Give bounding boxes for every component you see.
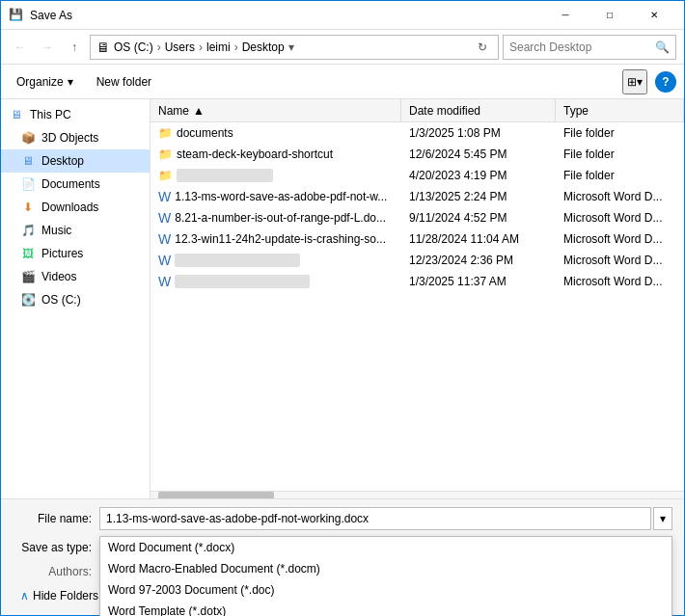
word-icon: W [158,210,171,226]
sort-arrow-icon: ▲ [193,104,205,118]
new-folder-button[interactable]: New folder [89,69,159,94]
sidebar-item-documents[interactable]: 📄 Documents [1,173,150,196]
help-button[interactable]: ? [655,71,676,93]
drive-icon: 💽 [20,292,36,308]
dropdown-item[interactable]: Word Template (*.dotx) [100,601,671,616]
sidebar-item-downloads[interactable]: ⬇ Downloads [1,196,150,219]
filename-input[interactable] [99,507,651,530]
hide-folders-chevron-icon: ∧ [20,589,29,603]
window-title: Save As [30,9,543,22]
file-row[interactable]: W 12.3-win11-24h2-update-is-crashing-so.… [151,228,684,250]
savetype-dropdown: Word Document (*.docx) Word Macro-Enable… [99,536,672,616]
folder-icon: 📁 [158,169,173,182]
word-icon: W [158,253,171,268]
savetype-row: Save as type: Word Document (*.docx) ▾ W… [13,536,672,559]
col-header-name[interactable]: Name ▲ [151,99,401,121]
sidebar-item-desktop[interactable]: 🖥 Desktop [1,149,150,173]
filename-row: File name: ▾ [13,507,672,530]
save-as-dialog: 💾 Save As ─ □ ✕ ← → ↑ 🖥 OS (C:) › Users … [0,0,685,616]
refresh-button[interactable]: ↻ [473,38,492,57]
filename-label: File name: [13,512,99,525]
file-row[interactable]: W 1.13-ms-word-save-as-adobe-pdf-not-w..… [151,186,684,207]
desktop-icon: 🖥 [20,153,36,169]
sidebar-item-3dobjects[interactable]: 📦 3D Objects [1,126,150,149]
horizontal-scrollbar[interactable] [151,491,684,498]
word-icon: W [158,274,171,289]
toolbar: Organize ▾ New folder ⊞▾ ? [1,65,684,99]
address-box[interactable]: 🖥 OS (C:) › Users › leimi › Desktop ▾ ↻ [90,35,499,60]
path-segment-desktop[interactable]: Desktop [242,40,285,54]
file-area: Name ▲ Date modified Type 📁 documents [151,99,684,498]
file-list[interactable]: 📁 documents 1/3/2025 1:08 PM File folder… [151,122,684,491]
sidebar-item-music[interactable]: 🎵 Music [1,219,150,242]
path-segment-user[interactable]: leimi [206,40,231,54]
title-icon: 💾 [9,8,24,23]
music-icon: 🎵 [20,223,36,238]
search-box: 🔍 [503,35,676,60]
file-row[interactable]: W 1/3/2025 11:37 AM Microsoft Word D... [151,271,684,292]
maximize-button[interactable]: □ [588,1,632,30]
bottom-panel: File name: ▾ Save as type: Word Document… [1,498,684,615]
word-icon: W [158,231,171,247]
savetype-label: Save as type: [13,541,99,554]
file-row[interactable]: 📁 steam-deck-keyboard-shortcut 12/6/2024… [151,144,684,165]
file-row[interactable]: 📁 4/20/2023 4:19 PM File folder [151,165,684,186]
file-row[interactable]: W 12/23/2024 2:36 PM Microsoft Word D... [151,250,684,271]
close-button[interactable]: ✕ [632,1,676,30]
organize-button[interactable]: Organize ▾ [9,69,81,94]
folder-icon: 📁 [158,126,173,140]
sidebar-item-thispc[interactable]: 🖥 This PC [1,103,150,126]
file-row[interactable]: 📁 documents 1/3/2025 1:08 PM File folder [151,122,684,144]
dropdown-item[interactable]: Word 97-2003 Document (*.doc) [100,579,671,601]
sidebar-item-osdrive[interactable]: 💽 OS (C:) [1,288,150,311]
3dobjects-icon: 📦 [20,130,36,146]
hide-folders-label: Hide Folders [33,589,98,603]
titlebar: 💾 Save As ─ □ ✕ [1,1,684,30]
filename-dropdown-arrow[interactable]: ▾ [653,507,672,530]
main-area: 🖥 This PC 📦 3D Objects 🖥 Desktop 📄 Docum… [1,99,684,498]
back-button[interactable]: ← [9,36,32,59]
col-header-type[interactable]: Type [556,99,684,121]
sidebar: 🖥 This PC 📦 3D Objects 🖥 Desktop 📄 Docum… [1,99,151,498]
view-options-button[interactable]: ⊞▾ [622,69,647,94]
file-row[interactable]: W 8.21-a-number-is-out-of-range-pdf-L.do… [151,207,684,228]
sidebar-item-videos[interactable]: 🎬 Videos [1,265,150,288]
file-list-header: Name ▲ Date modified Type [151,99,684,122]
path-segment-drive[interactable]: OS (C:) [114,40,153,54]
word-icon: W [158,189,171,204]
dropdown-item[interactable]: Word Macro-Enabled Document (*.docm) [100,558,671,579]
forward-button[interactable]: → [36,36,59,59]
file-list-wrapper: 📁 documents 1/3/2025 1:08 PM File folder… [151,122,684,491]
titlebar-controls: ─ □ ✕ [543,1,676,30]
view-icon: ⊞ [627,75,637,89]
dropdown-item[interactable]: Word Document (*.docx) [100,537,671,558]
downloads-icon: ⬇ [20,200,36,215]
horizontal-scroll-thumb[interactable] [158,492,274,499]
pictures-icon: 🖼 [20,246,36,261]
col-header-date[interactable]: Date modified [401,99,556,121]
authors-label: Authors: [13,565,99,578]
folder-icon: 📁 [158,147,173,161]
organize-arrow-icon: ▾ [68,75,73,89]
search-input[interactable] [509,40,655,54]
addressbar: ← → ↑ 🖥 OS (C:) › Users › leimi › Deskto… [1,30,684,65]
documents-icon: 📄 [20,176,36,192]
minimize-button[interactable]: ─ [543,1,588,30]
up-button[interactable]: ↑ [63,36,86,59]
sidebar-item-pictures[interactable]: 🖼 Pictures [1,242,150,265]
thispc-icon: 🖥 [9,107,24,122]
drive-icon: 🖥 [96,40,110,55]
videos-icon: 🎬 [20,269,36,284]
hide-folders-button[interactable]: ∧ Hide Folders [13,585,106,606]
path-segment-users[interactable]: Users [165,40,195,54]
search-icon: 🔍 [655,40,670,54]
address-path: OS (C:) › Users › leimi › Desktop ▾ [114,40,469,54]
